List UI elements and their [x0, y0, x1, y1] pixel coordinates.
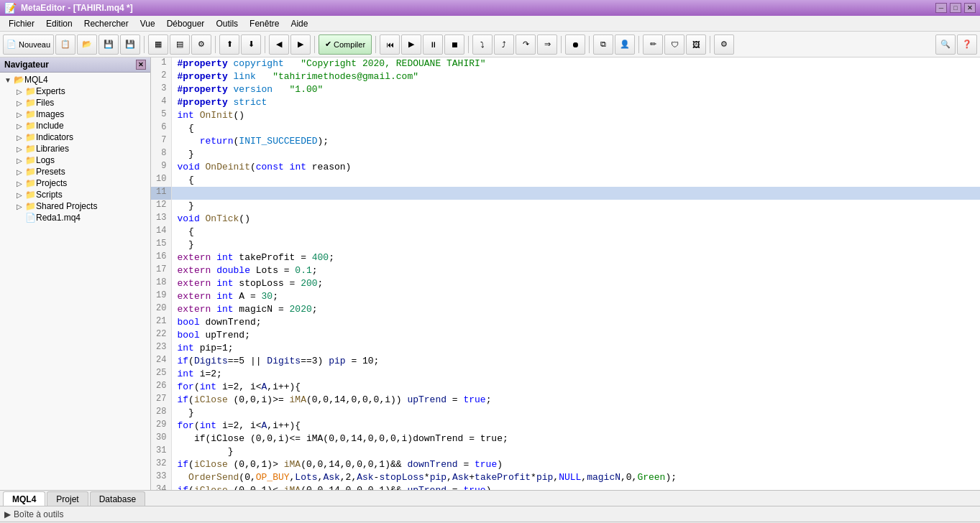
- tree-item-files[interactable]: ▷📁 Files: [1, 97, 149, 108]
- open-button[interactable]: 📂: [77, 34, 97, 55]
- code-cell-18[interactable]: extern int stopLoss = 200;: [171, 277, 980, 290]
- code-container[interactable]: 1#property copyright "Copyright 2020, RE…: [151, 57, 980, 490]
- code-cell-1[interactable]: #property copyright "Copyright 2020, RED…: [171, 57, 980, 70]
- code-cell-16[interactable]: extern int takeProfit = 400;: [171, 251, 980, 264]
- code-cell-26[interactable]: for(int i=2, i<A,i++){: [171, 381, 980, 394]
- step-out-button[interactable]: ⤴: [494, 34, 514, 55]
- code-cell-23[interactable]: int pip=1;: [171, 342, 980, 355]
- tree-item-images[interactable]: ▷📁 Images: [1, 108, 149, 120]
- menu-item-vue[interactable]: Vue: [134, 17, 161, 30]
- tree-item-include[interactable]: ▷📁 Include: [1, 120, 149, 131]
- tree-item-experts[interactable]: ▷📁 Experts: [1, 85, 149, 97]
- step-over-button[interactable]: ↷: [516, 34, 536, 55]
- copy-button[interactable]: ⧉: [593, 34, 613, 55]
- tree-item-libraries[interactable]: ▷📁 Libraries: [1, 143, 149, 154]
- stop-button[interactable]: ⏹: [444, 34, 464, 55]
- settings-button[interactable]: ⚙: [191, 34, 211, 55]
- code-cell-29[interactable]: for(int i=2, i<A,i++){: [171, 420, 980, 432]
- gear-button[interactable]: ⚙: [714, 34, 734, 55]
- tree-item-scripts[interactable]: ▷📁 Scripts: [1, 189, 149, 200]
- code-cell-4[interactable]: #property strict: [171, 96, 980, 109]
- forward-button[interactable]: ▶: [290, 34, 311, 55]
- code-cell-10[interactable]: {: [171, 174, 980, 187]
- step-next-button[interactable]: ⇒: [537, 34, 557, 55]
- view2-button[interactable]: ▤: [170, 34, 190, 55]
- new-button[interactable]: 📄 Nouveau: [3, 34, 54, 55]
- tab-database-tab[interactable]: Database: [90, 491, 145, 506]
- close-button[interactable]: ✕: [964, 3, 976, 13]
- editor-area: 1#property copyright "Copyright 2020, RE…: [151, 57, 980, 490]
- code-cell-22[interactable]: bool upTrend;: [171, 329, 980, 342]
- shield-button[interactable]: 🛡: [664, 34, 684, 55]
- run-start-button[interactable]: ⏮: [380, 34, 400, 55]
- menu-item-fenêtre[interactable]: Fenêtre: [244, 17, 285, 30]
- save-all-button[interactable]: 💾: [120, 34, 140, 55]
- pause-button[interactable]: ⏸: [423, 34, 443, 55]
- tree-item-presets[interactable]: ▷📁 Presets: [1, 166, 149, 177]
- open-mql4-button[interactable]: 📋: [55, 34, 75, 55]
- step-in-button[interactable]: ⤵: [472, 34, 493, 55]
- arrow-down-button[interactable]: ⬇: [241, 34, 261, 55]
- pencil-button[interactable]: ✏: [643, 34, 663, 55]
- code-cell-28[interactable]: }: [171, 407, 980, 420]
- code-row-20: 20extern int magicN = 2020;: [151, 303, 980, 316]
- profile-button[interactable]: 👤: [615, 34, 635, 55]
- tree-item-logs[interactable]: ▷📁 Logs: [1, 154, 149, 166]
- code-cell-12[interactable]: }: [171, 200, 980, 213]
- code-cell-19[interactable]: extern int A = 30;: [171, 290, 980, 303]
- code-cell-6[interactable]: {: [171, 122, 980, 135]
- code-cell-11[interactable]: [171, 187, 980, 200]
- code-cell-9[interactable]: void OnDeinit(const int reason): [171, 161, 980, 174]
- compile-button[interactable]: ✔ Compiler: [319, 34, 372, 55]
- code-cell-13[interactable]: void OnTick(): [171, 213, 980, 226]
- tree-item-sharedprojects[interactable]: ▷📁 Shared Projects: [1, 200, 149, 212]
- toolbox-arrow[interactable]: ▶: [4, 509, 11, 519]
- menu-item-aide[interactable]: Aide: [285, 17, 313, 30]
- menu-item-outils[interactable]: Outils: [210, 17, 244, 30]
- search-button[interactable]: 🔍: [935, 34, 956, 55]
- code-cell-30[interactable]: if(iClose (0,0,i)<= iMA(0,0,14,0,0,0,i)d…: [171, 432, 980, 445]
- code-cell-24[interactable]: if(Digits==5 || Digits==3) pip = 10;: [171, 355, 980, 368]
- code-cell-33[interactable]: OrderSend(0,OP_BUY,Lots,Ask,2,Ask-stopLo…: [171, 471, 980, 484]
- code-cell-20[interactable]: extern int magicN = 2020;: [171, 303, 980, 316]
- tab-projet-tab[interactable]: Projet: [47, 491, 88, 506]
- back-button[interactable]: ◀: [269, 34, 289, 55]
- tree-item-projects[interactable]: ▷📁 Projects: [1, 177, 149, 189]
- tree-item-indicators[interactable]: ▷📁 Indicators: [1, 131, 149, 143]
- tree-item-reda1[interactable]: 📄 Reda1.mq4: [1, 212, 149, 223]
- menu-item-déboguer[interactable]: Déboguer: [161, 17, 211, 30]
- menu-item-rechercher[interactable]: Rechercher: [78, 17, 134, 30]
- tree-item-mql4[interactable]: ▼📂 MQL4: [1, 74, 149, 85]
- code-cell-32[interactable]: if(iClose (0,0,1)> iMA(0,0,14,0,0,0,1)&&…: [171, 458, 980, 471]
- save-button[interactable]: 💾: [99, 34, 119, 55]
- compile-label: Compiler: [334, 40, 365, 49]
- run-button[interactable]: ▶: [401, 34, 421, 55]
- code-cell-3[interactable]: #property version "1.00": [171, 83, 980, 96]
- code-cell-5[interactable]: int OnInit(): [171, 109, 980, 122]
- code-cell-21[interactable]: bool downTrend;: [171, 316, 980, 329]
- navigator-close-button[interactable]: ✕: [136, 60, 146, 70]
- menu-item-edition[interactable]: Edition: [40, 17, 78, 30]
- image-button[interactable]: 🖼: [686, 34, 706, 55]
- tree-label-presets: Presets: [36, 167, 65, 177]
- code-cell-7[interactable]: return(INIT_SUCCEEDED);: [171, 135, 980, 148]
- code-cell-14[interactable]: {: [171, 226, 980, 239]
- view1-button[interactable]: ▦: [148, 34, 168, 55]
- line-number-21: 21: [151, 316, 171, 329]
- code-cell-31[interactable]: }: [171, 445, 980, 458]
- menu-item-fichier[interactable]: Fichier: [3, 17, 40, 30]
- code-cell-2[interactable]: #property link "tahirimethodes@gmail.com…: [171, 70, 980, 83]
- minimize-button[interactable]: ─: [935, 3, 947, 13]
- code-cell-25[interactable]: int i=2;: [171, 368, 980, 381]
- tab-mql4-tab[interactable]: MQL4: [3, 491, 45, 506]
- arrow-up-button[interactable]: ⬆: [219, 34, 239, 55]
- breakpoint-button[interactable]: ⏺: [565, 34, 585, 55]
- code-row-29: 29for(int i=2, i<A,i++){: [151, 420, 980, 432]
- code-cell-17[interactable]: extern double Lots = 0.1;: [171, 264, 980, 277]
- code-cell-8[interactable]: }: [171, 148, 980, 161]
- help-button[interactable]: ❓: [957, 34, 977, 55]
- code-cell-27[interactable]: if(iClose (0,0,i)>= iMA(0,0,14,0,0,0,i))…: [171, 394, 980, 407]
- code-cell-34[interactable]: if(iClose (0,0,1)< iMA(0,0,14,0,0,0,1)&&…: [171, 484, 980, 490]
- restore-button[interactable]: □: [950, 3, 961, 13]
- code-cell-15[interactable]: }: [171, 239, 980, 251]
